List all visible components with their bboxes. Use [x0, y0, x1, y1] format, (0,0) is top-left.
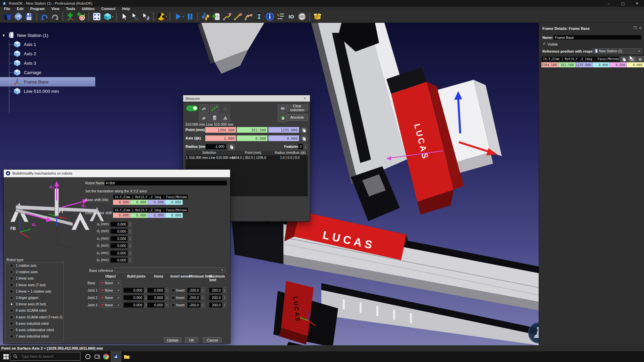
select-item-icon[interactable]: [119, 11, 129, 22]
isometric-view-dropdown-caret[interactable]: ▾: [112, 15, 113, 18]
menu-utilities[interactable]: Utilities: [78, 7, 98, 11]
absolute-button[interactable]: Absolute: [286, 114, 308, 121]
min-limit-field-spinner[interactable]: [201, 288, 205, 293]
dh-param-field[interactable]: 0.000: [110, 243, 128, 248]
base-shift-format-dropdown[interactable]: [X,Y,Z]mm | Rot[X,Y ,Z ]deg - Fanuc/Moto…: [113, 194, 188, 199]
end-effector-shift-value-0[interactable]: 0.000: [113, 213, 130, 218]
menu-edit[interactable]: Edit: [13, 7, 27, 11]
min-limit-field-spinner[interactable]: [201, 295, 205, 300]
save-station-icon[interactable]: [23, 11, 34, 22]
home-field-spinner[interactable]: [165, 295, 169, 300]
radio-icon[interactable]: [10, 335, 13, 338]
reference-dropdown[interactable]: New Station (1) ▼: [593, 48, 642, 54]
menu-help[interactable]: Help: [119, 7, 133, 11]
measure-col-selection[interactable]: Selection: [202, 151, 216, 155]
export-simulation-icon[interactable]: [312, 11, 323, 22]
copy-axis-button[interactable]: [301, 135, 307, 142]
isometric-view-icon[interactable]: [102, 11, 113, 22]
measure-col-radius[interactable]: Radius (mm): [275, 151, 294, 155]
home-field[interactable]: 0.000: [147, 302, 165, 308]
menu-view[interactable]: View: [48, 7, 63, 11]
online-library-icon[interactable]: [13, 11, 23, 22]
robot-type-option-2-rotative-axes[interactable]: 2 rotative axes: [6, 269, 63, 275]
measure-surface-tool-button[interactable]: [199, 104, 209, 113]
measure-col-point[interactable]: Point (mm): [245, 151, 261, 155]
add-reference-frame-icon[interactable]: [65, 11, 76, 22]
update-button[interactable]: Update: [164, 337, 181, 343]
max-limit-field-spinner[interactable]: [223, 302, 226, 308]
float-panel-icon[interactable]: ❐: [634, 26, 637, 30]
robot-type-option-4-axes-scara-robot-t-axis-2[interactable]: 4 axes SCARA robot (T=axis 2): [6, 314, 63, 320]
invert-checkbox[interactable]: [171, 296, 175, 300]
program-instructions-icon[interactable]: [275, 11, 286, 22]
robot-name-field[interactable]: H Bot: [104, 180, 227, 186]
measure-cone-tool-button[interactable]: [220, 114, 230, 122]
copy-radius-button[interactable]: [228, 144, 235, 150]
dh-param-field[interactable]: 0.000: [110, 250, 128, 256]
dh-param-field[interactable]: 0.000: [110, 229, 128, 234]
measure-toggle[interactable]: [186, 105, 198, 111]
dh-param-spinner[interactable]: [128, 236, 132, 241]
menu-tools[interactable]: Tools: [63, 7, 78, 11]
radio-icon[interactable]: [10, 309, 13, 312]
end-effector-shift-value-3[interactable]: 0.000: [165, 213, 183, 218]
max-limit-field[interactable]: 200.0: [209, 295, 222, 300]
point-value-2[interactable]: 1235.000: [268, 127, 299, 133]
taskbar-search[interactable]: [10, 352, 80, 361]
frame-name-field[interactable]: Frame Base: [553, 35, 642, 40]
max-limit-field-spinner[interactable]: [223, 288, 226, 293]
object-dropdown[interactable]: ✖None▼: [99, 295, 121, 300]
measure-mesh-tool-button[interactable]: [220, 104, 230, 113]
cortana-icon[interactable]: [85, 354, 91, 360]
minimize-button[interactable]: –: [602, 0, 616, 7]
pose-value-0[interactable]: 1394.500: [541, 62, 558, 67]
move-joint-instruction-icon[interactable]: [221, 11, 232, 22]
radio-icon[interactable]: [10, 277, 13, 280]
base-shift-value-0[interactable]: 0.000: [113, 200, 130, 205]
build-joints-field[interactable]: 0.000: [123, 295, 144, 300]
add-program-icon[interactable]: [211, 11, 221, 22]
measure-point-tool-button[interactable]: [210, 104, 219, 113]
pose-value-3[interactable]: 0.000: [593, 62, 610, 67]
dh-param-spinner[interactable]: [128, 222, 132, 227]
task-view-icon[interactable]: [94, 354, 100, 360]
axis-value-1[interactable]: 0.000: [237, 135, 268, 141]
tree-item-axis-1[interactable]: Axis 1: [0, 40, 95, 49]
move-linear-instruction-icon[interactable]: [232, 11, 243, 22]
radius-field[interactable]: -1.000: [205, 144, 226, 149]
end-effector-format-dropdown[interactable]: [X,Y,Z]mm | Rot[X,Y ,Z ]deg - Fanuc/Moto…: [113, 207, 188, 213]
check-collisions-icon[interactable]: [156, 11, 166, 22]
redo-icon[interactable]: [50, 11, 60, 22]
measure-table-row[interactable]: 1510.000 mm-Line 510.000 mm1394.5 | 352.…: [185, 156, 308, 161]
tree-expander-icon[interactable]: ▼: [2, 34, 7, 37]
radio-icon[interactable]: [10, 315, 13, 319]
dh-param-spinner[interactable]: [128, 257, 132, 263]
radio-icon[interactable]: [10, 322, 13, 325]
move-reference-icon[interactable]: [129, 11, 140, 22]
search-input[interactable]: [20, 354, 75, 359]
max-limit-field-spinner[interactable]: [223, 295, 226, 300]
dh-param-field[interactable]: 0.000: [110, 257, 128, 263]
robot-type-option-4-axes-scara-robot[interactable]: 4 axes SCARA robot: [6, 307, 63, 314]
close-panel-icon[interactable]: ✕: [639, 26, 642, 30]
measure-close-button[interactable]: ✕: [302, 97, 308, 100]
min-limit-field[interactable]: -200.0: [187, 302, 201, 308]
update-program-icon[interactable]: [297, 11, 307, 22]
measure-col-axis[interactable]: Axis (ijk): [293, 151, 306, 155]
fit-all-icon[interactable]: [91, 11, 102, 22]
invert-checkbox[interactable]: [171, 303, 175, 307]
maximize-button[interactable]: ▢: [616, 0, 630, 7]
radio-icon[interactable]: [10, 270, 13, 274]
object-dropdown[interactable]: ✖None▼: [99, 302, 121, 308]
menu-connect[interactable]: Connect: [98, 7, 119, 11]
dh-param-spinner[interactable]: [128, 229, 132, 234]
measure-reference-button[interactable]: [278, 114, 287, 122]
dh-param-spinner[interactable]: [128, 243, 132, 248]
object-dropdown[interactable]: ✖None▼: [99, 288, 121, 293]
pause-simulation-icon[interactable]: [184, 11, 195, 22]
copy-pose-button[interactable]: [620, 56, 628, 62]
set-io-instruction-icon[interactable]: IO: [286, 11, 297, 22]
base-shift-value-3[interactable]: 0.000: [165, 200, 183, 205]
base-reference-dropdown[interactable]: ▼: [114, 267, 225, 273]
tree-item-frame-base[interactable]: Frame Base: [0, 77, 95, 86]
